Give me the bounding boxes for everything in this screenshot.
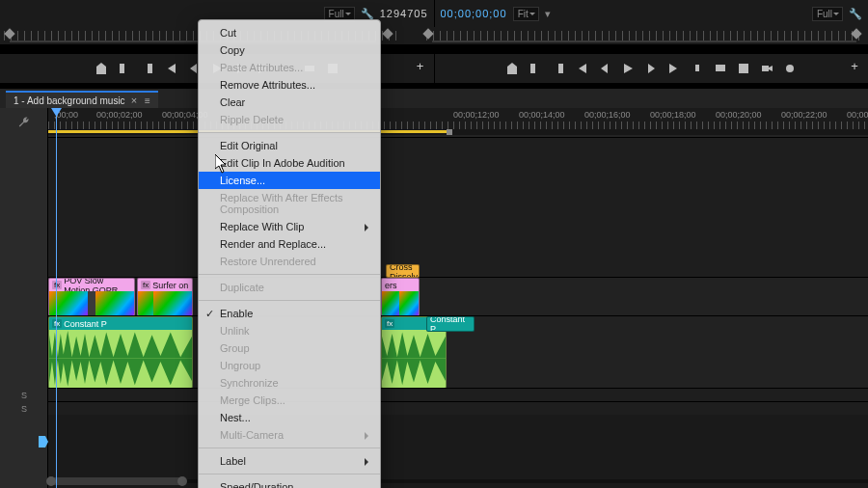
menu-item-ripple-delete: Ripple Delete: [199, 111, 380, 128]
track-v2[interactable]: [48, 137, 868, 277]
menu-item-label: Label: [220, 455, 246, 467]
menu-item-label: Render and Replace...: [220, 238, 326, 250]
program-timecode[interactable]: 00;00;00;00: [441, 8, 507, 19]
menu-item-ungroup: Ungroup: [199, 357, 380, 374]
check-icon: ✓: [205, 308, 214, 320]
menu-separator: [199, 447, 380, 448]
track-v1[interactable]: fxPOV Slow Motion GOPR fxPOV Surfer on B…: [48, 277, 868, 315]
menu-item-clear[interactable]: Clear: [199, 94, 380, 111]
transition-clip[interactable]: Cross Dissolv: [386, 264, 420, 278]
solo-label[interactable]: S: [21, 391, 27, 400]
marker-button[interactable]: [95, 62, 108, 75]
menu-item-replace-with-after-effects-composition: Replace With After Effects Composition: [199, 189, 380, 218]
prev-button[interactable]: [164, 62, 177, 75]
prev-button[interactable]: [575, 62, 588, 75]
menu-item-unlink: Unlink: [199, 322, 380, 339]
waveform: [382, 330, 446, 388]
menu-item-speed-duration[interactable]: Speed/Duration...: [199, 478, 380, 488]
fx-badge: fx: [52, 281, 62, 289]
menu-item-label: Restore Unrendered: [220, 256, 316, 267]
cam-button[interactable]: [760, 62, 773, 75]
menu-item-label: Speed/Duration...: [220, 481, 303, 488]
audio-transition[interactable]: Constant P: [426, 316, 475, 332]
time-label: 00;00;16;00: [584, 110, 631, 120]
monitor-controls-row: Full 🔧 1294705 00;00;00;00 Fit ▾ Full 🔧: [0, 0, 868, 27]
menu-item-label: License...: [220, 175, 265, 186]
menu-item-license[interactable]: License...: [199, 172, 380, 189]
menu-item-merge-clips: Merge Clips...: [199, 392, 380, 409]
time-label: 00;00;24;00: [847, 110, 868, 120]
track-a1[interactable]: fxConstant P fx Constant P: [48, 315, 868, 388]
stepB-button[interactable]: [598, 62, 611, 75]
menu-separator: [199, 274, 380, 275]
track-header-column: [0, 108, 48, 488]
menu-item-restore-unrendered: Restore Unrendered: [199, 253, 380, 270]
menu-item-copy[interactable]: Copy: [199, 41, 380, 59]
menu-item-render-and-replace[interactable]: Render and Replace...: [199, 235, 380, 253]
marker-button[interactable]: [505, 62, 519, 75]
settings-icon[interactable]: ▾: [545, 8, 551, 20]
button-editor-plus[interactable]: +: [413, 60, 428, 75]
outpt-button[interactable]: [552, 62, 565, 75]
program-transport: +: [435, 54, 869, 83]
playhead[interactable]: [56, 108, 57, 488]
menu-item-remove-attributes[interactable]: Remove Attributes...: [199, 76, 380, 94]
program-res-select[interactable]: Full: [812, 7, 843, 21]
menu-item-cut[interactable]: Cut: [199, 24, 380, 41]
lift-button[interactable]: [691, 62, 704, 75]
sequence-tab-label: 1 - Add background music: [14, 95, 125, 106]
work-area-bar[interactable]: [48, 129, 868, 135]
menu-item-label: Unlink: [220, 325, 250, 337]
menu-item-edit-original[interactable]: Edit Original: [199, 137, 380, 154]
rec-button[interactable]: [783, 62, 797, 75]
menu-item-label: Paste Attributes...: [220, 62, 303, 73]
program-ruler[interactable]: [422, 27, 868, 44]
play-button[interactable]: [621, 62, 635, 75]
time-label: 00;00;18;00: [650, 110, 696, 120]
menu-item-replace-with-clip[interactable]: Replace With Clip: [199, 218, 380, 235]
track-a3[interactable]: S: [48, 401, 868, 415]
extract-button[interactable]: [714, 62, 727, 75]
timeline-hscroll[interactable]: [48, 476, 868, 486]
wrench-icon[interactable]: 🔧: [361, 8, 374, 20]
menu-item-label: Duplicate: [220, 282, 264, 293]
monitor-ruler-row: [0, 27, 868, 44]
next-button[interactable]: [667, 62, 681, 75]
video-clip[interactable]: ers: [381, 278, 420, 316]
time-ruler[interactable]: ;00;0000;00;02;0000;00;04;0000;00;12;000…: [48, 108, 868, 129]
stepF-button[interactable]: [644, 62, 658, 75]
menu-item-label: Copy: [220, 44, 245, 56]
clip-context-menu[interactable]: CutCopyPaste Attributes...Remove Attribu…: [198, 19, 381, 488]
menu-item-nest[interactable]: Nest...: [199, 409, 380, 426]
waveform: [49, 330, 192, 388]
solo-label[interactable]: S: [21, 404, 27, 414]
in-point-icon[interactable]: [39, 436, 48, 447]
menu-separator: [199, 132, 380, 133]
close-icon[interactable]: ×: [131, 95, 137, 106]
svg-point-0: [786, 65, 794, 72]
tab-menu-icon[interactable]: ≡: [145, 95, 150, 106]
time-label: 00;00;12;00: [453, 110, 500, 120]
exp-button[interactable]: [737, 62, 750, 75]
track-a2[interactable]: S: [48, 388, 868, 401]
inpt-button[interactable]: [529, 62, 542, 75]
wrench-icon[interactable]: [17, 116, 31, 129]
sequence-tab-bar: 1 - Add background music × ≡: [0, 89, 868, 108]
menu-item-label: Nest...: [220, 412, 251, 423]
menu-item-label[interactable]: Label: [199, 452, 380, 470]
audio-clip[interactable]: fxConstant P: [48, 316, 193, 389]
video-clip[interactable]: fxPOV Slow Motion GOPR: [48, 278, 135, 316]
button-editor-plus[interactable]: +: [847, 60, 862, 75]
time-label: 00;00;22;00: [781, 110, 827, 120]
outpt-button[interactable]: [141, 62, 154, 75]
wrench-icon[interactable]: 🔧: [849, 8, 862, 20]
work-area-end-handle[interactable]: [447, 129, 452, 135]
menu-item-label: Remove Attributes...: [220, 79, 315, 91]
video-clip[interactable]: fxPOV Surfer on B: [137, 278, 193, 316]
menu-item-multi-camera: Multi-Camera: [199, 426, 380, 444]
sequence-tab[interactable]: 1 - Add background music × ≡: [6, 91, 158, 108]
inpt-button[interactable]: [118, 62, 131, 75]
menu-item-enable[interactable]: ✓Enable: [199, 305, 380, 322]
program-fit-select[interactable]: Fit: [513, 7, 539, 21]
fx-badge: fx: [52, 319, 62, 328]
